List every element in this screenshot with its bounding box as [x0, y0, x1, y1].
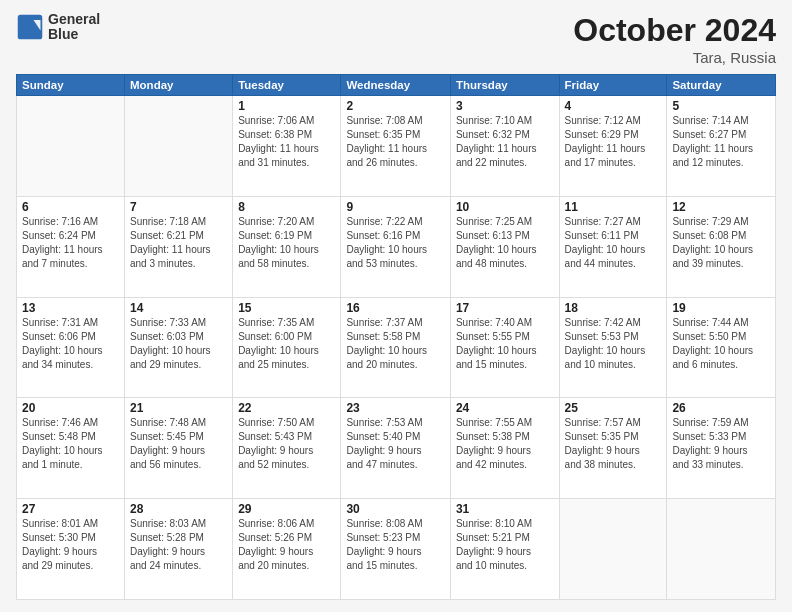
- day-info: Sunrise: 7:08 AM Sunset: 6:35 PM Dayligh…: [346, 114, 444, 170]
- day-number: 12: [672, 200, 770, 214]
- day-info: Sunrise: 7:25 AM Sunset: 6:13 PM Dayligh…: [456, 215, 554, 271]
- day-number: 31: [456, 502, 554, 516]
- logo-line2: Blue: [48, 27, 100, 42]
- day-number: 17: [456, 301, 554, 315]
- weekday-header-tuesday: Tuesday: [233, 75, 341, 96]
- calendar-cell: 10Sunrise: 7:25 AM Sunset: 6:13 PM Dayli…: [450, 196, 559, 297]
- day-info: Sunrise: 7:35 AM Sunset: 6:00 PM Dayligh…: [238, 316, 335, 372]
- calendar-cell: 2Sunrise: 7:08 AM Sunset: 6:35 PM Daylig…: [341, 96, 450, 197]
- day-info: Sunrise: 8:06 AM Sunset: 5:26 PM Dayligh…: [238, 517, 335, 573]
- calendar-cell: 16Sunrise: 7:37 AM Sunset: 5:58 PM Dayli…: [341, 297, 450, 398]
- week-row-2: 6Sunrise: 7:16 AM Sunset: 6:24 PM Daylig…: [17, 196, 776, 297]
- day-info: Sunrise: 7:16 AM Sunset: 6:24 PM Dayligh…: [22, 215, 119, 271]
- day-number: 26: [672, 401, 770, 415]
- day-number: 28: [130, 502, 227, 516]
- day-info: Sunrise: 8:10 AM Sunset: 5:21 PM Dayligh…: [456, 517, 554, 573]
- day-info: Sunrise: 7:53 AM Sunset: 5:40 PM Dayligh…: [346, 416, 444, 472]
- calendar-cell: 11Sunrise: 7:27 AM Sunset: 6:11 PM Dayli…: [559, 196, 667, 297]
- weekday-header-wednesday: Wednesday: [341, 75, 450, 96]
- calendar-cell: 15Sunrise: 7:35 AM Sunset: 6:00 PM Dayli…: [233, 297, 341, 398]
- logo-text: General Blue: [48, 12, 100, 43]
- day-number: 27: [22, 502, 119, 516]
- day-number: 3: [456, 99, 554, 113]
- calendar-cell: 30Sunrise: 8:08 AM Sunset: 5:23 PM Dayli…: [341, 499, 450, 600]
- day-info: Sunrise: 7:55 AM Sunset: 5:38 PM Dayligh…: [456, 416, 554, 472]
- day-number: 20: [22, 401, 119, 415]
- calendar-cell: 13Sunrise: 7:31 AM Sunset: 6:06 PM Dayli…: [17, 297, 125, 398]
- day-info: Sunrise: 7:27 AM Sunset: 6:11 PM Dayligh…: [565, 215, 662, 271]
- calendar-cell: 8Sunrise: 7:20 AM Sunset: 6:19 PM Daylig…: [233, 196, 341, 297]
- weekday-header-monday: Monday: [125, 75, 233, 96]
- day-number: 2: [346, 99, 444, 113]
- calendar-cell: 12Sunrise: 7:29 AM Sunset: 6:08 PM Dayli…: [667, 196, 776, 297]
- week-row-4: 20Sunrise: 7:46 AM Sunset: 5:48 PM Dayli…: [17, 398, 776, 499]
- day-number: 8: [238, 200, 335, 214]
- day-number: 15: [238, 301, 335, 315]
- logo-icon: [16, 13, 44, 41]
- day-info: Sunrise: 7:22 AM Sunset: 6:16 PM Dayligh…: [346, 215, 444, 271]
- day-number: 11: [565, 200, 662, 214]
- day-number: 4: [565, 99, 662, 113]
- day-info: Sunrise: 7:42 AM Sunset: 5:53 PM Dayligh…: [565, 316, 662, 372]
- calendar-cell: [17, 96, 125, 197]
- week-row-1: 1Sunrise: 7:06 AM Sunset: 6:38 PM Daylig…: [17, 96, 776, 197]
- day-number: 21: [130, 401, 227, 415]
- weekday-header-row: SundayMondayTuesdayWednesdayThursdayFrid…: [17, 75, 776, 96]
- calendar-cell: 17Sunrise: 7:40 AM Sunset: 5:55 PM Dayli…: [450, 297, 559, 398]
- calendar-cell: 28Sunrise: 8:03 AM Sunset: 5:28 PM Dayli…: [125, 499, 233, 600]
- calendar-cell: 23Sunrise: 7:53 AM Sunset: 5:40 PM Dayli…: [341, 398, 450, 499]
- weekday-header-saturday: Saturday: [667, 75, 776, 96]
- day-info: Sunrise: 7:40 AM Sunset: 5:55 PM Dayligh…: [456, 316, 554, 372]
- day-info: Sunrise: 7:33 AM Sunset: 6:03 PM Dayligh…: [130, 316, 227, 372]
- day-info: Sunrise: 7:59 AM Sunset: 5:33 PM Dayligh…: [672, 416, 770, 472]
- weekday-header-thursday: Thursday: [450, 75, 559, 96]
- calendar-cell: 25Sunrise: 7:57 AM Sunset: 5:35 PM Dayli…: [559, 398, 667, 499]
- day-info: Sunrise: 7:48 AM Sunset: 5:45 PM Dayligh…: [130, 416, 227, 472]
- weekday-header-friday: Friday: [559, 75, 667, 96]
- day-info: Sunrise: 7:18 AM Sunset: 6:21 PM Dayligh…: [130, 215, 227, 271]
- calendar-cell: 29Sunrise: 8:06 AM Sunset: 5:26 PM Dayli…: [233, 499, 341, 600]
- day-info: Sunrise: 7:20 AM Sunset: 6:19 PM Dayligh…: [238, 215, 335, 271]
- week-row-3: 13Sunrise: 7:31 AM Sunset: 6:06 PM Dayli…: [17, 297, 776, 398]
- day-info: Sunrise: 7:46 AM Sunset: 5:48 PM Dayligh…: [22, 416, 119, 472]
- calendar-cell: 3Sunrise: 7:10 AM Sunset: 6:32 PM Daylig…: [450, 96, 559, 197]
- day-number: 29: [238, 502, 335, 516]
- location-subtitle: Tara, Russia: [573, 49, 776, 66]
- calendar-cell: 18Sunrise: 7:42 AM Sunset: 5:53 PM Dayli…: [559, 297, 667, 398]
- day-number: 7: [130, 200, 227, 214]
- day-info: Sunrise: 7:12 AM Sunset: 6:29 PM Dayligh…: [565, 114, 662, 170]
- weekday-header-sunday: Sunday: [17, 75, 125, 96]
- day-info: Sunrise: 7:06 AM Sunset: 6:38 PM Dayligh…: [238, 114, 335, 170]
- logo: General Blue: [16, 12, 100, 43]
- calendar-cell: 14Sunrise: 7:33 AM Sunset: 6:03 PM Dayli…: [125, 297, 233, 398]
- day-number: 14: [130, 301, 227, 315]
- calendar-cell: [667, 499, 776, 600]
- logo-line1: General: [48, 12, 100, 27]
- day-number: 5: [672, 99, 770, 113]
- day-info: Sunrise: 8:01 AM Sunset: 5:30 PM Dayligh…: [22, 517, 119, 573]
- day-number: 10: [456, 200, 554, 214]
- day-number: 13: [22, 301, 119, 315]
- calendar-cell: 21Sunrise: 7:48 AM Sunset: 5:45 PM Dayli…: [125, 398, 233, 499]
- day-number: 9: [346, 200, 444, 214]
- calendar-cell: 27Sunrise: 8:01 AM Sunset: 5:30 PM Dayli…: [17, 499, 125, 600]
- calendar-cell: 31Sunrise: 8:10 AM Sunset: 5:21 PM Dayli…: [450, 499, 559, 600]
- day-number: 6: [22, 200, 119, 214]
- day-number: 30: [346, 502, 444, 516]
- day-number: 19: [672, 301, 770, 315]
- day-info: Sunrise: 8:03 AM Sunset: 5:28 PM Dayligh…: [130, 517, 227, 573]
- day-info: Sunrise: 7:10 AM Sunset: 6:32 PM Dayligh…: [456, 114, 554, 170]
- calendar-cell: 26Sunrise: 7:59 AM Sunset: 5:33 PM Dayli…: [667, 398, 776, 499]
- day-info: Sunrise: 7:37 AM Sunset: 5:58 PM Dayligh…: [346, 316, 444, 372]
- day-info: Sunrise: 7:50 AM Sunset: 5:43 PM Dayligh…: [238, 416, 335, 472]
- calendar-cell: 19Sunrise: 7:44 AM Sunset: 5:50 PM Dayli…: [667, 297, 776, 398]
- day-info: Sunrise: 7:14 AM Sunset: 6:27 PM Dayligh…: [672, 114, 770, 170]
- page-header: General Blue October 2024 Tara, Russia: [16, 12, 776, 66]
- day-number: 24: [456, 401, 554, 415]
- calendar-cell: [125, 96, 233, 197]
- week-row-5: 27Sunrise: 8:01 AM Sunset: 5:30 PM Dayli…: [17, 499, 776, 600]
- day-number: 23: [346, 401, 444, 415]
- day-info: Sunrise: 7:31 AM Sunset: 6:06 PM Dayligh…: [22, 316, 119, 372]
- day-info: Sunrise: 7:29 AM Sunset: 6:08 PM Dayligh…: [672, 215, 770, 271]
- day-number: 25: [565, 401, 662, 415]
